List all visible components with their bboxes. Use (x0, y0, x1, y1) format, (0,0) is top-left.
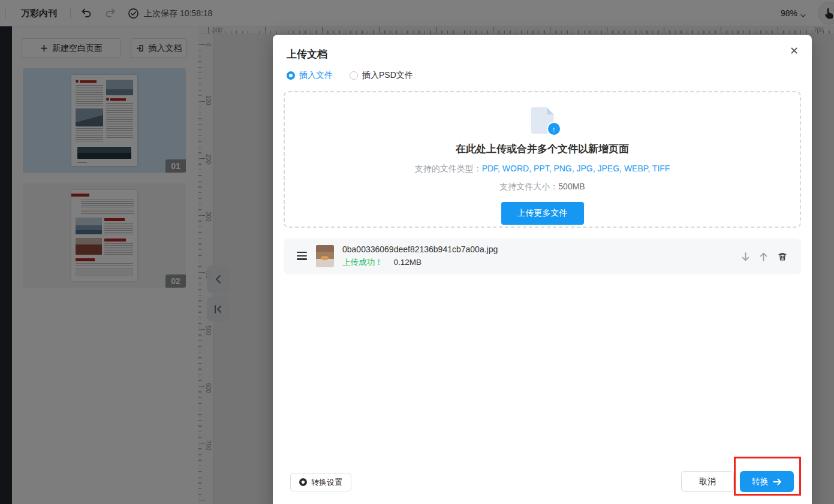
radio-insert-psd-label: 插入PSD文件 (362, 70, 413, 81)
dropzone-heading: 在此处上传或合并多个文件以新增页面 (456, 142, 629, 156)
radio-insert-file[interactable]: 插入文件 (287, 70, 333, 81)
size-value: 500MB (558, 182, 585, 191)
upload-document-dialog: 上传文档 ✕ 插入文件 插入PSD文件 ↑ 在此处上传或合并多个文件以新增页面 … (273, 35, 812, 504)
supported-types-line: 支持的文件类型：PDF, WORD, PPT, PNG, JPG, JPEG, … (415, 164, 670, 174)
convert-button[interactable]: 转换 (740, 471, 794, 492)
move-up-icon[interactable] (757, 250, 770, 263)
file-status-line: 上传成功！0.12MB (342, 257, 421, 268)
move-down-icon[interactable] (739, 250, 752, 263)
gear-icon (299, 478, 307, 486)
upload-more-files-button[interactable]: 上传更多文件 (501, 202, 584, 225)
close-icon[interactable]: ✕ (790, 46, 799, 56)
upload-arrow-icon: ↑ (547, 122, 561, 136)
types-value: PDF, WORD, PPT, PNG, JPG, JPEG, WEBP, TI… (482, 164, 670, 173)
cancel-label: 取消 (699, 476, 716, 487)
drag-handle-icon[interactable] (297, 252, 307, 262)
upload-success-status: 上传成功！ (342, 258, 383, 267)
types-label: 支持的文件类型： (415, 164, 482, 173)
upload-file-icon: ↑ (531, 107, 554, 134)
uploaded-file-row: 0ba00336069deef82136b941cb7a00a.jpg 上传成功… (284, 239, 801, 274)
radio-insert-file-label: 插入文件 (299, 70, 333, 81)
radio-unselected-icon (350, 71, 358, 80)
size-label: 支持文件大小： (499, 182, 558, 191)
file-thumbnail (316, 245, 334, 267)
file-name: 0ba00336069deef82136b941cb7a00a.jpg (342, 245, 498, 254)
convert-settings-button[interactable]: 转换设置 (290, 473, 351, 491)
cancel-button[interactable]: 取消 (681, 471, 734, 492)
delete-file-icon[interactable] (776, 250, 789, 263)
upload-type-radios: 插入文件 插入PSD文件 (287, 70, 413, 81)
upload-dropzone[interactable]: ↑ 在此处上传或合并多个文件以新增页面 支持的文件类型：PDF, WORD, P… (284, 91, 801, 228)
dialog-title: 上传文档 (287, 47, 327, 61)
radio-insert-psd[interactable]: 插入PSD文件 (350, 70, 413, 81)
convert-label: 转换 (752, 476, 769, 487)
file-size: 0.12MB (394, 258, 422, 267)
convert-settings-label: 转换设置 (311, 477, 342, 488)
arrow-right-icon (773, 478, 782, 485)
radio-selected-icon (287, 71, 295, 80)
supported-size-line: 支持文件大小：500MB (499, 182, 585, 192)
